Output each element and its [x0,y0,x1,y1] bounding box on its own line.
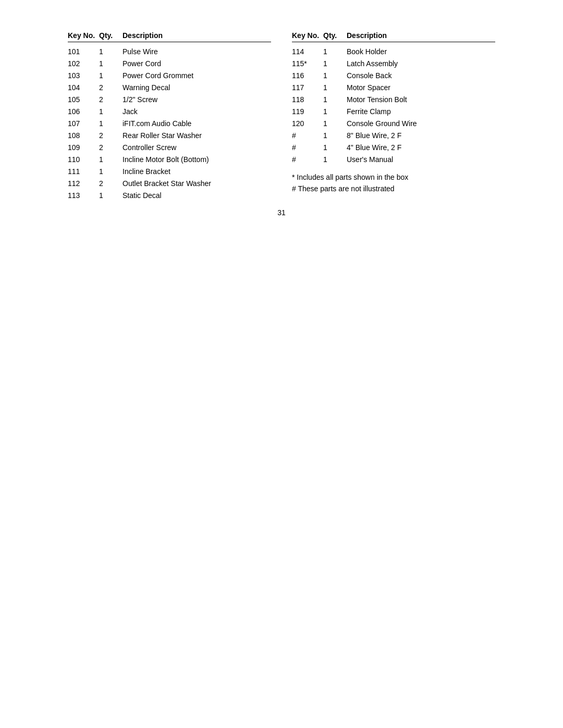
left-header-keyno: Key No. [68,31,99,40]
part-desc: Console Back [347,70,495,81]
left-header-qty: Qty. [99,31,123,40]
part-qty: 1 [323,94,347,105]
part-desc: Power Cord [123,58,271,69]
notes-section: * Includes all parts shown in the box# T… [292,171,495,195]
part-qty: 1 [323,46,347,57]
table-row: 1181Motor Tension Bolt [292,94,495,105]
part-qty: 1 [323,118,347,129]
table-row: 1021Power Cord [68,58,271,69]
part-qty: 1 [99,166,123,177]
page-container: Key No. Qty. Description 1011Pulse Wire1… [47,0,516,232]
table-row: 1071iFIT.com Audio Cable [68,118,271,129]
table-row: 1171Motor Spacer [292,82,495,93]
left-column-header: Key No. Qty. Description [68,31,271,42]
part-qty: 1 [99,58,123,69]
part-key: 115* [292,58,323,69]
part-qty: 2 [99,178,123,189]
table-row: 1011Pulse Wire [68,46,271,57]
part-key: 120 [292,118,323,129]
part-qty: 1 [323,130,347,141]
part-qty: 1 [99,70,123,81]
part-desc: Motor Tension Bolt [347,94,495,105]
part-key: # [292,130,323,141]
table-row: #14" Blue Wire, 2 F [292,142,495,153]
table-row: 1131Static Decal [68,190,271,201]
table-row: 1201Console Ground Wire [292,118,495,129]
part-key: 112 [68,178,99,189]
part-key: # [292,154,323,165]
right-column-header: Key No. Qty. Description [292,31,495,42]
part-desc: User's Manual [347,154,495,165]
part-qty: 2 [99,142,123,153]
right-header-qty: Qty. [323,31,347,40]
part-desc: Incline Motor Bolt (Bottom) [123,154,271,165]
left-parts-list: 1011Pulse Wire1021Power Cord1031Power Co… [68,46,271,201]
part-key: 107 [68,118,99,129]
table-row: 1141Book Holder [292,46,495,57]
table-row: 1031Power Cord Grommet [68,70,271,81]
part-desc: Ferrite Clamp [347,106,495,117]
part-desc: Power Cord Grommet [123,70,271,81]
part-desc: Motor Spacer [347,82,495,93]
part-desc: Outlet Bracket Star Washer [123,178,271,189]
right-header-keyno: Key No. [292,31,323,40]
left-header-desc: Description [123,31,271,40]
part-desc: Static Decal [123,190,271,201]
table-row: 10521/2" Screw [68,94,271,105]
part-key: 114 [292,46,323,57]
table-row: 1101Incline Motor Bolt (Bottom) [68,154,271,165]
table-row: 1092Controller Screw [68,142,271,153]
part-key: 116 [292,70,323,81]
part-desc: Jack [123,106,271,117]
table-row: 1082Rear Roller Star Washer [68,130,271,141]
table-row: 115*1Latch Assembly [292,58,495,69]
part-desc: 4" Blue Wire, 2 F [347,142,495,153]
part-key: 109 [68,142,99,153]
table-row: 1161Console Back [292,70,495,81]
note-line: # These parts are not illustrated [292,183,495,194]
part-key: 119 [292,106,323,117]
part-qty: 2 [99,130,123,141]
part-desc: iFIT.com Audio Cable [123,118,271,129]
part-qty: 1 [99,106,123,117]
part-key: 110 [68,154,99,165]
part-qty: 1 [323,142,347,153]
part-qty: 1 [99,46,123,57]
part-key: 118 [292,94,323,105]
part-desc: Book Holder [347,46,495,57]
left-parts-column: Key No. Qty. Description 1011Pulse Wire1… [68,31,271,201]
part-desc: 8" Blue Wire, 2 F [347,130,495,141]
part-key: 117 [292,82,323,93]
part-key: 105 [68,94,99,105]
part-qty: 1 [99,118,123,129]
right-parts-column: Key No. Qty. Description 1141Book Holder… [292,31,495,195]
table-row: 1061Jack [68,106,271,117]
part-key: 102 [68,58,99,69]
part-qty: 1 [323,70,347,81]
table-row: 1042Warning Decal [68,82,271,93]
note-line: * Includes all parts shown in the box [292,171,495,183]
part-desc: Incline Bracket [123,166,271,177]
part-key: 108 [68,130,99,141]
part-qty: 1 [323,82,347,93]
page-number: 31 [277,208,286,217]
part-key: 106 [68,106,99,117]
part-key: 111 [68,166,99,177]
part-desc: Latch Assembly [347,58,495,69]
part-key: 104 [68,82,99,93]
part-qty: 1 [323,106,347,117]
part-desc: Warning Decal [123,82,271,93]
part-qty: 2 [99,82,123,93]
part-key: 103 [68,70,99,81]
part-desc: 1/2" Screw [123,94,271,105]
table-row: 1122Outlet Bracket Star Washer [68,178,271,189]
part-key: 101 [68,46,99,57]
table-row: 1191Ferrite Clamp [292,106,495,117]
table-row: 1111Incline Bracket [68,166,271,177]
parts-table-wrapper: Key No. Qty. Description 1011Pulse Wire1… [68,31,495,201]
part-qty: 1 [323,58,347,69]
part-desc: Console Ground Wire [347,118,495,129]
part-key: 113 [68,190,99,201]
part-qty: 1 [323,154,347,165]
table-row: #18" Blue Wire, 2 F [292,130,495,141]
